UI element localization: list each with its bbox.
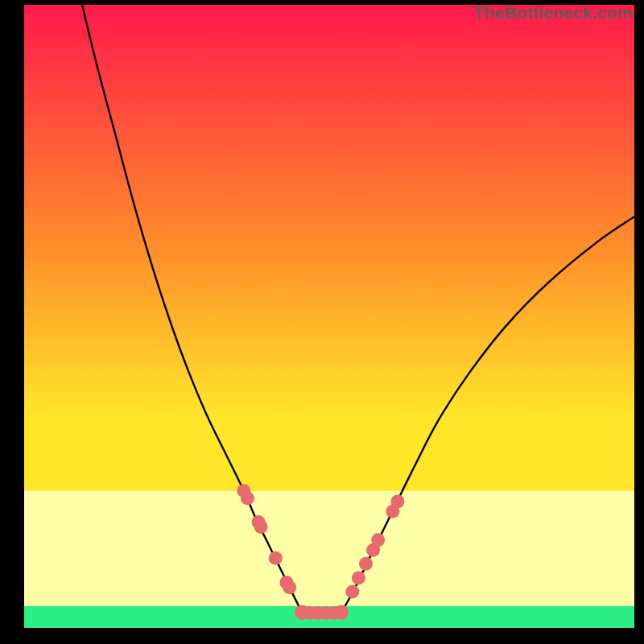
watermark-text: TheBottleneck.com [474,3,633,23]
marker-dot [352,572,365,585]
marker-dot [345,585,359,599]
pale-yellow-band [24,491,634,606]
marker-dot [283,580,296,594]
marker-dot [390,494,404,508]
marker-dot [241,492,254,506]
chart-plot-area [24,5,634,628]
marker-dot [254,520,268,534]
chart-stage: TheBottleneck.com [0,0,644,644]
marker-dot [359,557,373,571]
marker-dot [371,533,385,547]
chart-svg [24,5,634,628]
marker-dot [269,551,283,565]
marker-dot [335,606,349,620]
